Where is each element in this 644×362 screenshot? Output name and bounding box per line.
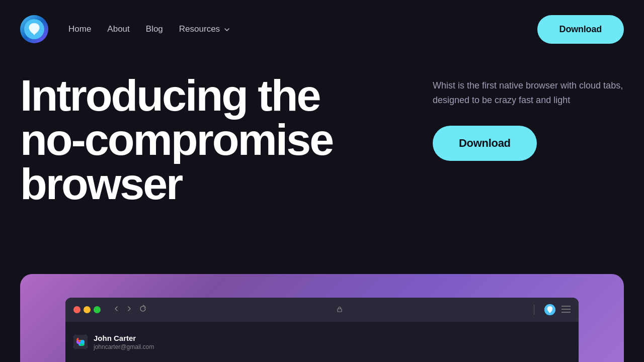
svg-rect-1 [338, 309, 342, 312]
nav-links: Home About Blog Resources [68, 24, 231, 34]
traffic-lights [73, 306, 101, 313]
browser-preview: John Carter johncarter@gmail.com [20, 274, 624, 362]
svg-point-4 [80, 340, 85, 344]
hero-title-block: Introducing the no-compromise browser [20, 73, 333, 206]
browser-titlebar [65, 298, 579, 322]
user-info: John Carter johncarter@gmail.com [94, 334, 154, 350]
hamburger-icon[interactable] [561, 305, 571, 315]
nav-download-button[interactable]: Download [537, 15, 624, 44]
user-name: John Carter [94, 334, 154, 342]
close-button[interactable] [73, 306, 80, 313]
user-email: johncarter@gmail.com [94, 343, 154, 350]
hero-download-button[interactable]: Download [433, 126, 537, 161]
logo[interactable] [20, 15, 48, 43]
back-button[interactable] [111, 304, 122, 316]
nav-item-resources[interactable]: Resources [179, 24, 231, 34]
nav-left: Home About Blog Resources [20, 15, 231, 43]
separator [534, 305, 534, 315]
lock-icon [336, 306, 343, 314]
nav-arrows [111, 304, 149, 316]
address-bar-area [155, 306, 524, 314]
minimize-button[interactable] [84, 306, 91, 313]
hero-title: Introducing the no-compromise browser [20, 73, 333, 206]
browser-window: John Carter johncarter@gmail.com [65, 298, 579, 362]
hero-right-block: Whist is the first native browser with c… [433, 73, 624, 161]
refresh-button[interactable] [137, 304, 149, 316]
hero-description: Whist is the first native browser with c… [433, 78, 624, 108]
browser-content: John Carter johncarter@gmail.com [65, 322, 579, 362]
maximize-button[interactable] [94, 306, 101, 313]
forward-button[interactable] [124, 304, 135, 316]
hero-section: Introducing the no-compromise browser Wh… [0, 58, 644, 206]
figma-icon [73, 335, 88, 349]
navbar: Home About Blog Resources Download [0, 0, 644, 58]
nav-item-blog[interactable]: Blog [146, 24, 163, 34]
whist-logo-small [544, 304, 555, 315]
chevron-down-icon [223, 26, 231, 34]
nav-item-home[interactable]: Home [68, 24, 91, 34]
nav-item-about[interactable]: About [107, 24, 129, 34]
